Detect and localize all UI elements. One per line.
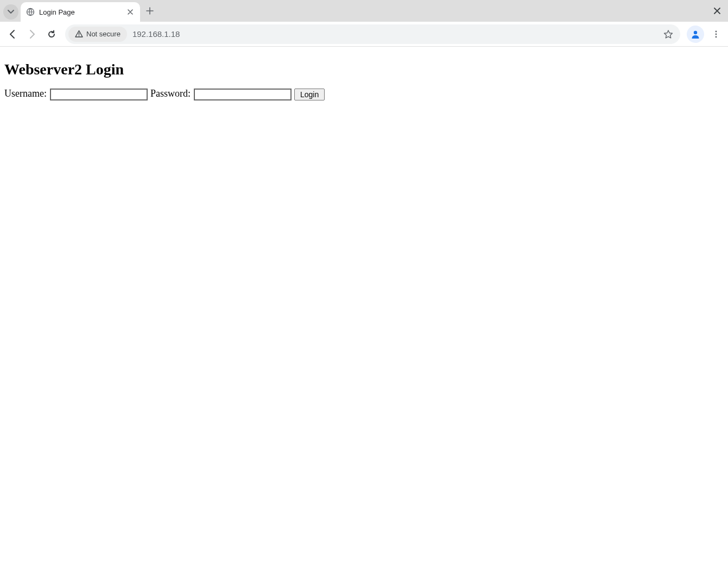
address-bar[interactable]: Not secure 192.168.1.18: [65, 24, 680, 44]
tab-title: Login Page: [39, 8, 126, 16]
profile-button[interactable]: [687, 26, 704, 43]
bookmark-button[interactable]: [660, 26, 677, 43]
browser-tab[interactable]: Login Page: [21, 2, 140, 22]
svg-point-4: [716, 30, 717, 32]
back-button[interactable]: [3, 25, 22, 43]
password-label: Password:: [150, 88, 191, 99]
svg-point-2: [79, 35, 80, 36]
login-button[interactable]: Login: [294, 89, 325, 100]
svg-point-6: [716, 36, 717, 37]
username-label: Username:: [4, 88, 47, 99]
security-chip[interactable]: Not secure: [68, 27, 127, 42]
page-title: Webserver2 Login: [4, 61, 724, 78]
security-label: Not secure: [86, 30, 121, 38]
reload-button[interactable]: [42, 25, 61, 43]
page-content: Webserver2 Login Username: Password: Log…: [0, 47, 728, 105]
svg-point-5: [716, 33, 717, 35]
new-tab-button[interactable]: [142, 3, 157, 18]
close-tab-button[interactable]: [126, 8, 135, 16]
globe-icon: [26, 8, 35, 16]
url-text: 192.168.1.18: [132, 29, 660, 39]
menu-button[interactable]: [707, 26, 725, 43]
login-form: Username: Password: Login: [4, 88, 724, 100]
window-close-button[interactable]: [712, 5, 723, 16]
warning-icon: [75, 30, 83, 38]
browser-toolbar: Not secure 192.168.1.18: [0, 22, 728, 47]
forward-button[interactable]: [23, 25, 41, 43]
search-tabs-button[interactable]: [3, 4, 18, 20]
username-input[interactable]: [50, 89, 148, 100]
svg-point-3: [694, 30, 697, 34]
tab-strip: Login Page: [0, 0, 728, 22]
password-input[interactable]: [194, 89, 292, 100]
